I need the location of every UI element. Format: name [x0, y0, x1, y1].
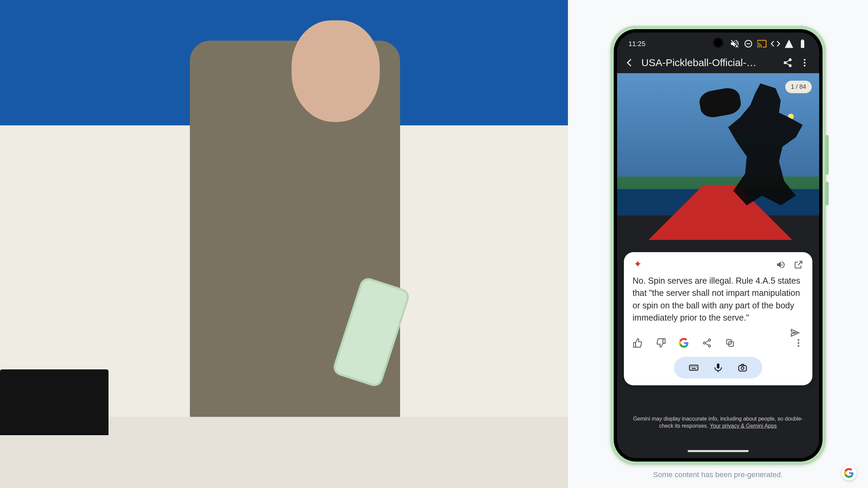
cast-icon — [757, 39, 767, 49]
svg-point-1 — [789, 59, 791, 61]
mute-icon — [730, 39, 740, 49]
paddle-silhouette — [698, 86, 743, 119]
share-icon[interactable] — [783, 58, 793, 68]
dev-icon — [770, 39, 781, 49]
svg-point-9 — [708, 345, 710, 347]
document-page-image[interactable]: 1 / 84 — [617, 73, 819, 240]
google-g-icon[interactable] — [679, 338, 689, 348]
svg-point-12 — [797, 339, 799, 341]
power-button — [825, 182, 829, 205]
svg-point-13 — [797, 342, 799, 344]
camera-icon[interactable] — [737, 363, 748, 373]
keyboard-icon[interactable] — [689, 363, 699, 373]
svg-point-4 — [804, 59, 805, 61]
svg-point-22 — [741, 367, 744, 369]
svg-point-3 — [789, 65, 791, 67]
gesture-handle[interactable] — [688, 450, 749, 452]
svg-point-8 — [703, 342, 705, 344]
signal-icon — [784, 39, 794, 49]
back-icon[interactable] — [625, 58, 635, 68]
page-count-chip: 1 / 84 — [785, 81, 811, 93]
action-overflow-icon[interactable] — [793, 338, 804, 348]
mic-icon[interactable] — [713, 363, 723, 373]
gemini-answer-text: No. Spin serves are illegal. Rule 4.A.5 … — [633, 274, 804, 324]
send-icon[interactable] — [790, 328, 800, 338]
gemini-spark-icon — [633, 260, 643, 270]
right-pane: 11:25 USA-Pickleball-Offi — [568, 0, 868, 488]
document-title: USA-Pickleball-Official-… — [642, 57, 776, 68]
laptop — [0, 369, 108, 434]
camera-hole — [714, 39, 722, 47]
input-mode-pill — [674, 357, 762, 379]
battery-icon — [797, 39, 808, 49]
thumbs-down-icon[interactable] — [656, 338, 666, 348]
response-actions — [633, 338, 804, 348]
svg-rect-20 — [691, 368, 696, 369]
tts-icon[interactable] — [776, 260, 786, 270]
status-time: 11:25 — [629, 40, 646, 48]
privacy-link[interactable]: Your privacy & Gemini Apps — [710, 423, 777, 429]
gemini-disclaimer: Gemini may display inaccurate info, incl… — [617, 415, 819, 430]
dnd-icon — [743, 39, 753, 49]
svg-rect-16 — [691, 366, 692, 367]
svg-point-7 — [708, 339, 710, 341]
svg-rect-18 — [694, 366, 695, 367]
pregenerated-caption: Some content has been pre-generated. — [568, 470, 868, 479]
phone-screen: 11:25 USA-Pickleball-Offi — [617, 33, 819, 458]
google-badge — [842, 466, 856, 481]
share-response-icon[interactable] — [702, 338, 712, 348]
overflow-icon[interactable] — [800, 58, 810, 68]
svg-point-2 — [784, 62, 786, 64]
svg-rect-17 — [692, 366, 693, 367]
phone-frame: 11:25 USA-Pickleball-Offi — [610, 26, 826, 465]
svg-point-6 — [804, 65, 805, 66]
volume-button — [825, 135, 829, 175]
svg-rect-15 — [689, 365, 698, 370]
open-external-icon[interactable] — [793, 260, 804, 270]
svg-point-14 — [797, 345, 799, 347]
document-titlebar: USA-Pickleball-Official-… — [617, 49, 819, 73]
copy-icon[interactable] — [725, 338, 735, 348]
svg-point-5 — [804, 62, 805, 64]
presenter-head — [292, 20, 380, 122]
presenter-photo — [0, 0, 568, 488]
thumbs-up-icon[interactable] — [633, 338, 643, 348]
svg-rect-19 — [696, 366, 697, 367]
gemini-response-card: No. Spin serves are illegal. Rule 4.A.5 … — [624, 252, 812, 385]
